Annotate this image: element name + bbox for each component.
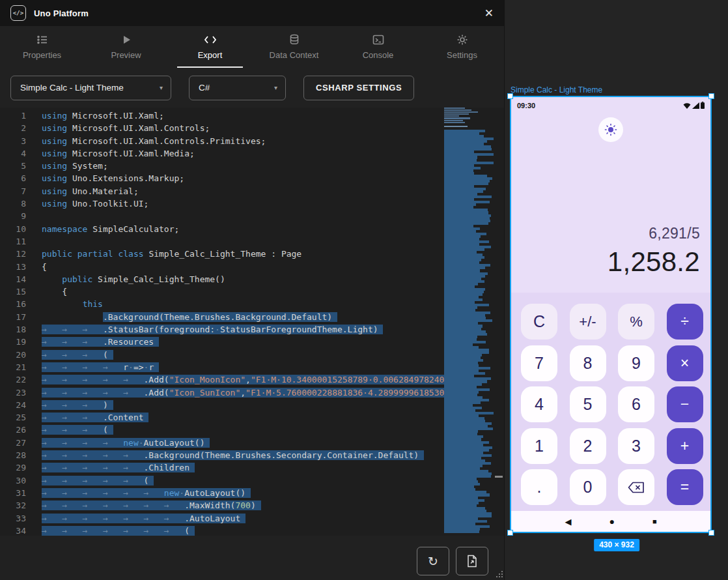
database-icon — [288, 34, 300, 46]
line-number: 3 — [0, 135, 26, 147]
tab-preview[interactable]: Preview — [84, 26, 168, 68]
line-number: 5 — [0, 160, 26, 172]
code-line: 20→ → → ( — [0, 349, 444, 361]
calc-key-2[interactable]: 2 — [570, 428, 606, 464]
code-line: 10namespace SimpleCalculator; — [0, 223, 444, 235]
code-line: 13{ — [0, 261, 444, 273]
calc-result: 1,258.2 — [520, 246, 700, 278]
gear-icon — [456, 34, 468, 46]
refresh-button[interactable]: ↻ — [417, 547, 449, 575]
key-label: 9 — [632, 354, 641, 373]
key-label: . — [537, 478, 542, 497]
line-number: 22 — [0, 373, 26, 386]
frame-size-badge: 430 × 932 — [594, 539, 639, 551]
selection-handle[interactable] — [507, 93, 513, 99]
line-number: 32 — [0, 499, 26, 512]
component-select-value: Simple Calc - Light Theme — [20, 83, 124, 93]
tab-properties[interactable]: Properties — [0, 26, 84, 68]
code-lines: 1using Microsoft.UI.Xaml;2using Microsof… — [0, 108, 444, 536]
line-number: 11 — [0, 235, 26, 248]
code-editor[interactable]: 1using Microsoft.UI.Xaml;2using Microsof… — [0, 108, 504, 536]
nav-overview-icon[interactable]: ■ — [652, 517, 657, 525]
line-number: 31 — [0, 487, 26, 499]
language-select[interactable]: C# ▾ — [189, 76, 286, 100]
tab-label: Settings — [447, 50, 477, 60]
calc-key-x[interactable]: × — [667, 345, 703, 381]
code-line: 2using Microsoft.UI.Xaml.Controls; — [0, 122, 444, 134]
calc-key-+x-[interactable]: +/- — [570, 304, 606, 340]
calc-key-1[interactable]: 1 — [521, 428, 557, 464]
line-number: 19 — [0, 336, 26, 348]
tab-export[interactable]: Export — [168, 26, 252, 68]
key-label: ÷ — [680, 313, 689, 330]
line-number: 29 — [0, 461, 26, 474]
calc-key-7[interactable]: 7 — [521, 345, 557, 381]
tab-data-context[interactable]: Data Context — [252, 26, 336, 68]
frame-label[interactable]: Simple Calc - Light Theme — [511, 85, 602, 94]
tab-settings[interactable]: Settings — [420, 26, 504, 68]
list-icon — [36, 34, 48, 46]
close-icon[interactable]: ✕ — [484, 8, 494, 19]
code-icon — [204, 34, 217, 46]
code-line: 11 — [0, 235, 444, 248]
code-line: 23→ → → → → .Add("Icon_SunIcon","F1·M·5.… — [0, 386, 444, 399]
calc-key-9[interactable]: 9 — [618, 345, 654, 381]
component-select[interactable]: Simple Calc - Light Theme ▾ — [10, 76, 171, 100]
key-label: C — [533, 312, 545, 331]
calc-expression: 6,291/5 — [520, 225, 700, 242]
minimap[interactable] — [444, 108, 494, 536]
calc-key-3[interactable]: 3 — [618, 428, 654, 464]
nav-home-icon[interactable]: ● — [609, 516, 614, 527]
key-label: 5 — [583, 395, 593, 414]
resize-grip[interactable] — [495, 570, 503, 577]
export-file-button[interactable] — [456, 547, 488, 575]
plugin-panel: </> Uno Platform ✕ Properties Preview — [0, 0, 505, 580]
figma-canvas[interactable]: Simple Calc - Light Theme 09:30 — [505, 0, 728, 580]
tab-console[interactable]: Console — [336, 26, 420, 68]
nav-back-icon[interactable]: ◀ — [565, 517, 571, 527]
calc-key-4[interactable]: 4 — [521, 386, 557, 422]
line-number: 4 — [0, 147, 26, 160]
phone-frame[interactable]: 09:30 6,291/5 1,258.2 — [510, 96, 712, 533]
calc-key-8[interactable]: 8 — [570, 345, 606, 381]
selection-handle[interactable] — [708, 530, 714, 536]
calc-key-+[interactable]: + — [667, 428, 703, 464]
line-number: 33 — [0, 512, 26, 525]
line-number: 28 — [0, 449, 26, 461]
line-number: 34 — [0, 525, 26, 536]
code-line: 12public partial class Simple_Calc_Light… — [0, 248, 444, 260]
key-label: 0 — [583, 478, 593, 497]
calc-key-0[interactable]: 0 — [570, 469, 606, 505]
tab-label: Export — [198, 50, 223, 60]
code-line: 26→ → → ( — [0, 424, 444, 436]
line-number: 21 — [0, 361, 26, 373]
code-line: 30→ → → → → ( — [0, 474, 444, 487]
calc-key-=[interactable]: = — [667, 469, 703, 505]
calc-key-6[interactable]: 6 — [618, 386, 654, 422]
calc-key-5[interactable]: 5 — [570, 386, 606, 422]
line-number: 14 — [0, 273, 26, 285]
line-number: 24 — [0, 399, 26, 411]
language-select-value: C# — [199, 83, 210, 93]
calc-key-x[interactable]: ÷ — [667, 304, 703, 340]
csharp-settings-button[interactable]: CSHARP SETTINGS — [303, 76, 414, 100]
key-label: 8 — [583, 354, 593, 373]
calc-key-%[interactable]: % — [618, 304, 654, 340]
calc-key-C[interactable]: C — [521, 304, 557, 340]
calc-display: 6,291/5 1,258.2 — [520, 225, 700, 278]
minimap-selection — [444, 130, 494, 536]
title-bar: </> Uno Platform ✕ — [0, 0, 504, 26]
selection-handle[interactable] — [708, 93, 714, 99]
theme-toggle-button[interactable] — [598, 117, 623, 142]
line-number: 15 — [0, 285, 26, 298]
key-label: × — [680, 355, 689, 372]
code-line: 14 public Simple_Calc_Light_Theme() — [0, 273, 444, 285]
code-line: 29→ → → → → .Children — [0, 461, 444, 474]
battery-icon — [701, 102, 705, 109]
calc-key-x[interactable]: − — [667, 386, 703, 422]
calc-key-.[interactable]: . — [521, 469, 557, 505]
selection-handle[interactable] — [507, 530, 513, 536]
scrollbar-marker[interactable] — [495, 476, 503, 478]
editor-scrollbar[interactable] — [494, 108, 504, 536]
calc-key-x[interactable] — [618, 469, 654, 505]
